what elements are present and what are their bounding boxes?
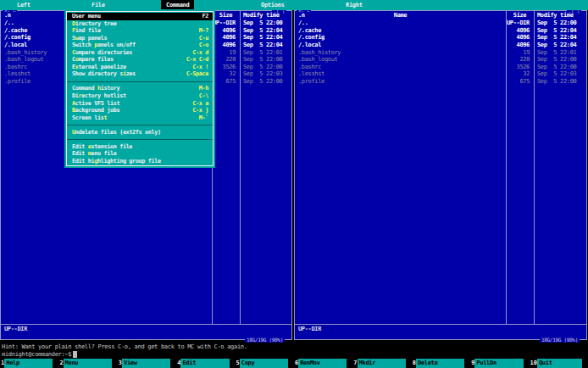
menubar-item-file[interactable]: File bbox=[86, 0, 110, 10]
fkey-label: Edit bbox=[180, 359, 229, 368]
fkey-10-quit[interactable]: 10Quit bbox=[530, 359, 588, 368]
fkey-8-delete[interactable]: 8Delete bbox=[412, 359, 470, 368]
fkey-label: Delete bbox=[416, 359, 464, 368]
fkey-1-help[interactable]: 1Help bbox=[0, 359, 58, 368]
menu-item-shortcut: M-? bbox=[199, 27, 208, 35]
menu-bar: LeftFileCommandOptionsRight bbox=[0, 0, 588, 10]
prompt-text: midnight@commander:~$ bbox=[2, 351, 71, 358]
command-menu-dropdown: User menuF2Directory treeFind fileM-?Swa… bbox=[66, 11, 214, 166]
menu-item-find-file[interactable]: Find fileM-? bbox=[67, 27, 213, 35]
file-list: /..UP--DIRSep 5 22:00/.cache4096Sep 5 22… bbox=[295, 20, 586, 86]
menu-item-compare-files[interactable]: Compare filesC-x C-d bbox=[67, 56, 213, 64]
menu-item-show-directory-sizes[interactable]: Show directory sizesC-Space bbox=[67, 70, 213, 78]
menu-item-command-history[interactable]: Command historyM-h bbox=[67, 85, 213, 92]
menu-item-shortcut: C-x d bbox=[192, 49, 208, 57]
menu-item-compare-directories[interactable]: Compare directoriesC-x d bbox=[67, 49, 213, 57]
file-row--config[interactable]: /.config4096Sep 5 22:04 bbox=[295, 34, 586, 42]
fkey-label: Copy bbox=[240, 359, 288, 368]
fkey-4-edit[interactable]: 4Edit bbox=[176, 359, 235, 368]
fkey-label: Quit bbox=[537, 359, 582, 368]
file-row--bashrc[interactable]: .bashrc3526Sep 5 22:00 bbox=[295, 64, 586, 71]
fkey-3-view[interactable]: 3View bbox=[118, 359, 176, 368]
menu-item-external-panelize[interactable]: External panelizeC-x ! bbox=[67, 64, 213, 71]
menu-item-user-menu[interactable]: User menuF2 bbox=[67, 13, 213, 20]
menu-item-edit-extension-file[interactable]: Edit extension file bbox=[67, 143, 213, 151]
menubar-item-left[interactable]: Left bbox=[12, 0, 36, 10]
menu-item-edit-menu-file[interactable]: Edit menu file bbox=[67, 150, 213, 158]
menu-item-undelete-files-ext2fs-only-[interactable]: Undelete files (ext2fs only) bbox=[67, 129, 213, 137]
menu-item-shortcut: C-\ bbox=[199, 92, 208, 100]
menu-item-active-vfs-list[interactable]: Active VFS listC-x a bbox=[67, 100, 213, 108]
menu-separator bbox=[67, 121, 213, 129]
menu-item-shortcut: M-h bbox=[199, 85, 208, 92]
menu-item-background-jobs[interactable]: Background jobsC-x j bbox=[67, 107, 213, 114]
fkey-label: Menu bbox=[64, 359, 112, 368]
menu-item-shortcut: C-x a bbox=[192, 100, 208, 108]
menu-item-switch-panels-on-off[interactable]: Switch panels on/offC-o bbox=[67, 42, 213, 49]
menubar-item-options[interactable]: Options bbox=[256, 0, 289, 10]
menu-item-swap-panels[interactable]: Swap panelsC-u bbox=[67, 35, 213, 42]
file-row--cache[interactable]: /.cache4096Sep 5 22:04 bbox=[295, 27, 586, 35]
column-header-size[interactable]: Size bbox=[212, 12, 240, 19]
menu-item-screen-list[interactable]: Screen listM-` bbox=[67, 114, 213, 122]
mini-status: UP--DIR bbox=[298, 326, 321, 332]
text-cursor bbox=[73, 351, 77, 358]
menu-item-shortcut: C-u bbox=[199, 35, 208, 42]
menu-separator bbox=[67, 136, 213, 143]
mini-status-divider bbox=[295, 324, 586, 325]
menu-item-shortcut: C-x ! bbox=[192, 64, 208, 71]
menu-item-shortcut: C-o bbox=[199, 42, 208, 49]
free-space-indicator: 18G/19G (90%) bbox=[245, 337, 285, 343]
mini-status-divider bbox=[1, 324, 291, 325]
mini-status: UP--DIR bbox=[4, 326, 27, 332]
file-row--lesshst[interactable]: .lesshst32Sep 5 22:03 bbox=[295, 70, 586, 78]
file-row--[interactable]: /..UP--DIRSep 5 22:00 bbox=[295, 20, 586, 27]
menu-item-shortcut: F2 bbox=[202, 13, 208, 20]
fkey-7-mkdir[interactable]: 7Mkdir bbox=[352, 359, 411, 368]
menu-item-directory-tree[interactable]: Directory tree bbox=[67, 20, 213, 28]
function-key-bar: 1Help2Menu3View4Edit5Copy6RenMov7Mkdir8D… bbox=[0, 359, 588, 368]
menu-item-shortcut: C-Space bbox=[186, 70, 208, 78]
fkey-label: PullDn bbox=[474, 359, 523, 368]
panel-column-headers: .n Name Size Modify time bbox=[295, 12, 586, 20]
fkey-number: 10 bbox=[530, 359, 537, 368]
file-row--profile[interactable]: .profile675Sep 5 22:00 bbox=[295, 78, 586, 86]
menu-item-directory-hotlist[interactable]: Directory hotlistC-\ bbox=[67, 92, 213, 100]
right-panel: <- ~ .[^] .n Name Size Modify time /..UP… bbox=[294, 10, 587, 340]
menu-item-edit-highlighting-group-file[interactable]: Edit highlighting group file bbox=[67, 158, 213, 165]
menu-item-shortcut: C-x j bbox=[192, 107, 208, 114]
column-header-name[interactable]: Name bbox=[295, 12, 506, 19]
fkey-label: RenMov bbox=[298, 359, 347, 368]
menu-separator bbox=[67, 78, 213, 86]
column-header-mtime[interactable]: Modify time bbox=[243, 12, 280, 19]
fkey-label: View bbox=[122, 359, 170, 368]
shell-prompt[interactable]: midnight@commander:~$ bbox=[2, 351, 77, 358]
free-space-indicator: 18G/19G (90%) bbox=[540, 337, 580, 343]
fkey-9-pulldn[interactable]: 9PullDn bbox=[470, 359, 529, 368]
column-header-size[interactable]: Size bbox=[506, 12, 534, 19]
file-row--bash-history[interactable]: .bash_history19Sep 5 22:01 bbox=[295, 49, 586, 57]
menu-item-shortcut: M-` bbox=[199, 114, 208, 122]
midnight-commander-screen: LeftFileCommandOptionsRight <- ~ .[^] .n… bbox=[0, 0, 588, 368]
menubar-item-command[interactable]: Command bbox=[161, 0, 194, 10]
menubar-item-right[interactable]: Right bbox=[341, 0, 368, 10]
file-row--bash-logout[interactable]: .bash_logout220Sep 5 22:00 bbox=[295, 56, 586, 64]
column-header-mtime[interactable]: Modify time bbox=[537, 12, 574, 19]
fkey-6-renmov[interactable]: 6RenMov bbox=[294, 359, 352, 368]
file-row--local[interactable]: /.local4096Sep 5 22:04 bbox=[295, 42, 586, 49]
fkey-label: Mkdir bbox=[358, 359, 406, 368]
fkey-5-copy[interactable]: 5Copy bbox=[236, 359, 294, 368]
menu-item-shortcut: C-x C-d bbox=[186, 56, 208, 64]
fkey-label: Help bbox=[4, 359, 53, 368]
fkey-2-menu[interactable]: 2Menu bbox=[58, 359, 117, 368]
hint-line: Hint: Want your plain shell? Press C-o, … bbox=[2, 343, 247, 350]
